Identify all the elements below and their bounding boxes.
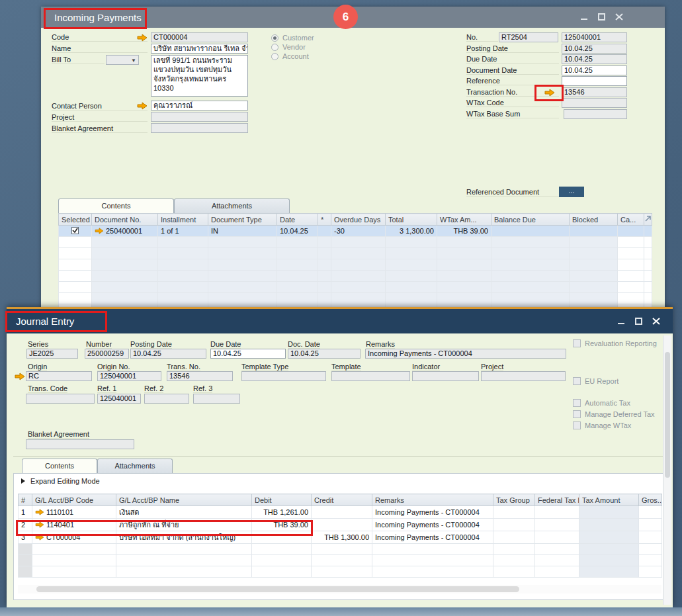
indicator-field[interactable] (412, 371, 479, 381)
template-field[interactable] (331, 371, 410, 381)
document-no-cell[interactable]: 250400001 (92, 226, 158, 237)
expand-grid-icon[interactable] (644, 214, 652, 226)
journal-line-row: 3 CT000004 บริษัท เอสทิมา จำกัด (สำนักงา… (19, 531, 662, 544)
reference-label: Reference (466, 77, 559, 85)
col-wtax-amount: WTax Am... (437, 214, 491, 226)
debit-cell: THB 39.00 (252, 519, 312, 531)
gl-code-cell[interactable]: 1140401 (32, 519, 116, 531)
trans-no-label: Trans. No. (167, 363, 200, 371)
link-arrow-icon[interactable] (35, 521, 44, 529)
close-icon[interactable] (615, 13, 624, 21)
automatic-tax-checkbox[interactable]: Automatic Tax (573, 399, 630, 407)
referenced-document-button[interactable]: ... (559, 187, 584, 197)
total-cell: 3 1,300.00 (386, 226, 437, 237)
minimize-icon[interactable] (580, 13, 589, 21)
ref3-label: Ref. 3 (193, 384, 212, 393)
gl-name-cell: ภาษีถูกหัก ณ ที่จ่าย (116, 519, 252, 531)
no-series-field[interactable]: RT2504 (499, 32, 558, 42)
vendor-radio[interactable]: Vendor (271, 43, 306, 51)
scrollbar-thumb[interactable] (36, 586, 519, 592)
link-arrow-icon[interactable] (35, 534, 44, 542)
posting-date-field[interactable]: 10.04.25 (130, 349, 206, 359)
contact-person-field[interactable]: คุณวราภรณ์ (151, 101, 248, 110)
vertical-scrollbar[interactable] (663, 335, 671, 605)
gl-code-cell[interactable]: 1110101 (32, 506, 116, 519)
eu-report-checkbox[interactable]: EU Report (573, 377, 618, 385)
blanket-agreement-field[interactable] (26, 439, 134, 449)
close-icon[interactable] (652, 317, 661, 326)
account-radio[interactable]: Account (271, 52, 309, 60)
horizontal-scrollbar[interactable] (18, 585, 661, 594)
link-arrow-icon[interactable] (95, 228, 104, 236)
ref3-field[interactable] (193, 394, 240, 404)
origin-link-arrow-icon[interactable] (15, 373, 25, 380)
col-tax-group: Tax Group (493, 494, 535, 506)
bill-to-address-field[interactable]: เลขที่ 991/1 ถนนพระราม แขวงปทุมวัน เขตปท… (151, 55, 248, 97)
reference-field[interactable] (562, 76, 627, 86)
line-num-cell: 2 (19, 519, 32, 531)
due-date-field[interactable]: 10.04.25 (562, 54, 627, 64)
no-number-field[interactable]: 125040001 (562, 32, 627, 42)
transaction-no-field[interactable]: 13546 (562, 87, 627, 97)
eu-report-label: EU Report (585, 377, 618, 385)
due-date-field[interactable]: 10.04.25 (210, 349, 286, 359)
minimize-icon[interactable] (617, 317, 626, 326)
expand-editing-mode-toggle[interactable]: Expand Editing Mode (21, 477, 100, 485)
row-checkbox[interactable] (59, 226, 92, 237)
gl-code-cell[interactable]: CT000004 (32, 531, 116, 544)
document-date-label: Document Date (466, 66, 559, 75)
bill-to-label: Bill To (52, 56, 105, 64)
document-date-field[interactable]: 10.04.25 (562, 66, 627, 75)
origin-no-label: Origin No. (97, 363, 130, 371)
transaction-link-arrow-icon[interactable] (544, 89, 555, 97)
remarks-field[interactable]: Incoming Payments - CT000004 (365, 349, 566, 359)
revaluation-reporting-checkbox[interactable]: Revaluation Reporting (573, 339, 657, 347)
tab-attachments[interactable]: Attachments (174, 198, 290, 213)
name-field[interactable]: บริษัท สยามพารากอน รีเทล จำกั (151, 44, 248, 54)
gross-cell (639, 506, 662, 519)
tax-amount-cell (579, 519, 639, 531)
contact-link-arrow-icon[interactable] (137, 102, 148, 110)
code-link-arrow-icon[interactable] (137, 34, 148, 42)
blocked-cell (570, 226, 618, 237)
origin-field[interactable]: RC (26, 371, 92, 381)
customer-radio[interactable]: Customer (271, 34, 314, 42)
series-field[interactable]: JE2025 (26, 349, 78, 359)
scrollbar-thumb[interactable] (665, 352, 670, 478)
tab-contents[interactable]: Contents (58, 198, 174, 213)
posting-date-label: Posting Date (466, 44, 559, 53)
line-num-cell: 3 (19, 531, 32, 544)
ref1-label: Ref. 1 (97, 384, 116, 393)
indicator-label: Indicator (412, 363, 440, 371)
origin-no-field[interactable]: 125040001 (97, 371, 161, 381)
wtax-base-sum-field[interactable] (564, 109, 627, 119)
link-arrow-icon[interactable] (35, 509, 44, 517)
trans-no-field[interactable]: 13546 (167, 371, 233, 381)
manage-wtax-checkbox[interactable]: Manage WTax (573, 421, 631, 429)
template-type-field[interactable] (241, 371, 326, 381)
tab-attachments[interactable]: Attachments (97, 459, 173, 473)
ref1-field[interactable]: 125040001 (97, 394, 141, 404)
ref2-field[interactable] (144, 394, 189, 404)
tab-contents[interactable]: Contents (22, 459, 97, 473)
maximize-icon[interactable] (597, 13, 607, 21)
blanket-agreement-field[interactable] (151, 123, 248, 133)
doc-date-field[interactable]: 10.04.25 (288, 349, 361, 359)
vendor-radio-label: Vendor (282, 43, 306, 51)
posting-date-field[interactable]: 10.04.25 (562, 44, 627, 54)
code-field[interactable]: CT000004 (151, 32, 248, 42)
journal-line-row (19, 566, 662, 578)
maximize-icon[interactable] (634, 317, 644, 326)
code-label: Code (52, 33, 148, 42)
manage-wtax-label: Manage WTax (585, 421, 631, 429)
table-row (59, 271, 652, 282)
trans-code-field[interactable] (26, 394, 95, 404)
number-field[interactable]: 250000259 (85, 349, 129, 359)
documents-table: Selected Document No. Installment Docume… (58, 213, 652, 316)
project-field[interactable] (151, 112, 248, 122)
chevron-down-icon[interactable]: ▼ (131, 58, 136, 64)
project-field[interactable] (481, 371, 566, 381)
manage-deferred-tax-checkbox[interactable]: Manage Deferred Tax (573, 410, 655, 418)
table-row (59, 293, 652, 304)
wtax-code-field[interactable] (562, 98, 627, 108)
